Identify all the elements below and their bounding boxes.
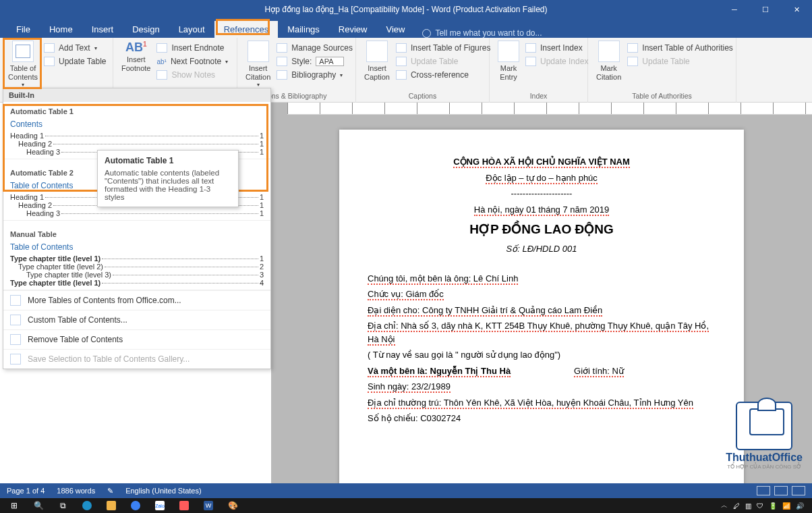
- tray-icon[interactable]: 🛡: [757, 502, 763, 510]
- footnote-icon: AB1: [125, 40, 147, 55]
- toc-gallery: Built-In Automatic Table 1 Contents Head…: [3, 88, 271, 369]
- mark-entry-icon: [498, 40, 519, 62]
- insert-index-button[interactable]: Insert Index: [523, 42, 590, 54]
- group-label: Captions: [361, 92, 484, 101]
- explorer-icon[interactable]: [100, 498, 123, 513]
- add-text-button[interactable]: Add Text ▾: [42, 42, 109, 54]
- gallery-section-builtin: Built-In: [3, 88, 270, 102]
- edge-icon[interactable]: [76, 498, 98, 513]
- update-toa-button[interactable]: Update Table: [625, 55, 735, 68]
- insert-footnote-button[interactable]: AB1 Insert Footnote: [119, 39, 153, 81]
- mark-entry-button[interactable]: Mark Entry: [495, 39, 522, 83]
- chevron-down-icon: ▾: [94, 45, 97, 51]
- print-layout-button[interactable]: [774, 486, 788, 495]
- citation-icon: [248, 40, 269, 62]
- task-view-button[interactable]: ⧉: [51, 498, 74, 513]
- read-mode-button[interactable]: [757, 486, 770, 495]
- save-gallery-icon: [10, 354, 21, 364]
- tab-design[interactable]: Design: [123, 21, 169, 38]
- style-select[interactable]: Style: APA: [274, 55, 355, 68]
- lightbulb-icon: [422, 29, 431, 38]
- app-icon[interactable]: [173, 498, 196, 513]
- minimize-button[interactable]: ─: [719, 0, 750, 19]
- app-icon[interactable]: [124, 498, 147, 513]
- tab-mailings[interactable]: Mailings: [278, 21, 329, 38]
- chevron-down-icon: ▾: [225, 59, 228, 65]
- battery-icon[interactable]: 🔋: [769, 502, 777, 510]
- status-bar: Page 1 of 4 1886 words ✎ English (United…: [0, 483, 812, 498]
- zalo-icon[interactable]: Zalo: [148, 498, 171, 513]
- mark-citation-button[interactable]: Mark Citation: [593, 39, 624, 83]
- chevron-up-icon[interactable]: ︿: [721, 501, 728, 510]
- title-bar: Hợp đồng lao động_Ha [Compatibility Mode…: [0, 0, 812, 19]
- cross-ref-icon: [396, 70, 407, 80]
- system-tray[interactable]: ︿ 🖊 ▥ 🛡 🔋 📶 🔊: [721, 501, 809, 510]
- watermark-brand: ThuthuatOffice TỔ HỢP CỦA DÂN CÔNG SỞ: [726, 402, 803, 470]
- tab-insert[interactable]: Insert: [82, 21, 123, 38]
- update-table-button[interactable]: Update Table: [42, 55, 109, 68]
- tab-view[interactable]: View: [376, 21, 414, 38]
- remove-toc-menuitem[interactable]: Remove Table of Contents: [3, 329, 270, 349]
- tab-layout[interactable]: Layout: [169, 21, 214, 38]
- update-icon: [396, 57, 407, 66]
- start-button[interactable]: ⊞: [3, 498, 26, 513]
- custom-toc-icon: [10, 315, 21, 325]
- tof-icon: [396, 43, 407, 53]
- insert-table-of-figures-button[interactable]: Insert Table of Figures: [394, 42, 493, 54]
- bibliography-icon: [277, 70, 287, 80]
- cross-reference-button[interactable]: Cross-reference: [394, 69, 493, 81]
- brand-logo-icon: [736, 402, 792, 450]
- volume-icon[interactable]: 🔊: [796, 502, 804, 510]
- table-of-contents-button[interactable]: Table of Contents ▾: [5, 39, 40, 90]
- page-count[interactable]: Page 1 of 4: [7, 487, 45, 495]
- update-index-button[interactable]: Update Index: [523, 55, 590, 68]
- close-button[interactable]: ✕: [781, 0, 812, 19]
- horizontal-ruler[interactable]: [287, 103, 812, 115]
- tab-home[interactable]: Home: [40, 21, 82, 38]
- proofing-icon[interactable]: ✎: [107, 487, 113, 495]
- more-toc-menuitem[interactable]: More Tables of Contents from Office.com.…: [3, 290, 270, 310]
- gallery-item-manual[interactable]: Manual Table Table of Contents Type chap…: [3, 225, 270, 290]
- update-icon: [525, 57, 536, 66]
- update-icon: [44, 57, 55, 66]
- tell-me-search[interactable]: Tell me what you want to do...: [422, 28, 542, 38]
- bibliography-button[interactable]: Bibliography ▾: [274, 69, 355, 81]
- group-label: Index: [495, 92, 582, 101]
- group-label: Table of Authorities: [593, 92, 730, 101]
- insert-endnote-button[interactable]: Insert Endnote: [154, 42, 230, 54]
- manage-sources-button[interactable]: Manage Sources: [274, 42, 355, 54]
- document-page[interactable]: CỘNG HÒA XÃ HỘI CHỦ NGHĨA VIỆT NAM Độc l…: [339, 130, 744, 494]
- next-footnote-button[interactable]: ab¹Next Footnote ▾: [154, 55, 230, 68]
- maximize-button[interactable]: ☐: [750, 0, 781, 19]
- tooltip-body: Automatic table contents (labeled "Conte…: [105, 169, 231, 201]
- show-notes-button[interactable]: Show Notes: [154, 69, 230, 81]
- window-title: Hợp đồng lao động_Ha [Compatibility Mode…: [265, 5, 548, 14]
- insert-index-icon: [525, 43, 536, 53]
- update-icon: [627, 57, 638, 66]
- tab-review[interactable]: Review: [329, 21, 377, 38]
- chevron-down-icon: ▾: [340, 72, 343, 78]
- insert-citation-button[interactable]: Insert Citation ▾: [243, 39, 273, 90]
- search-button[interactable]: 🔍: [27, 498, 50, 513]
- language-status[interactable]: English (United States): [125, 487, 202, 495]
- mark-citation-icon: [598, 40, 620, 62]
- wifi-icon[interactable]: 📶: [782, 502, 790, 510]
- update-table-captions-button[interactable]: Update Table: [394, 55, 493, 68]
- custom-toc-menuitem[interactable]: Custom Table of Contents...: [3, 310, 270, 329]
- show-notes-icon: [156, 70, 167, 80]
- paint-icon[interactable]: 🎨: [221, 498, 244, 513]
- tooltip: Automatic Table 1 Automatic table conten…: [97, 150, 239, 207]
- word-icon[interactable]: W: [197, 498, 220, 513]
- add-text-icon: [44, 43, 55, 53]
- word-count[interactable]: 1886 words: [57, 487, 95, 495]
- tray-icon[interactable]: 🖊: [733, 502, 740, 510]
- web-layout-button[interactable]: [792, 486, 805, 495]
- tab-file[interactable]: File: [7, 21, 40, 38]
- tab-references[interactable]: References: [214, 21, 278, 38]
- insert-caption-button[interactable]: Insert Caption: [361, 39, 393, 83]
- tooltip-title: Automatic Table 1: [105, 156, 231, 165]
- insert-toa-button[interactable]: Insert Table of Authorities: [625, 42, 735, 54]
- tray-icon[interactable]: ▥: [745, 502, 751, 510]
- office-icon: [10, 295, 21, 306]
- remove-toc-icon: [10, 334, 21, 345]
